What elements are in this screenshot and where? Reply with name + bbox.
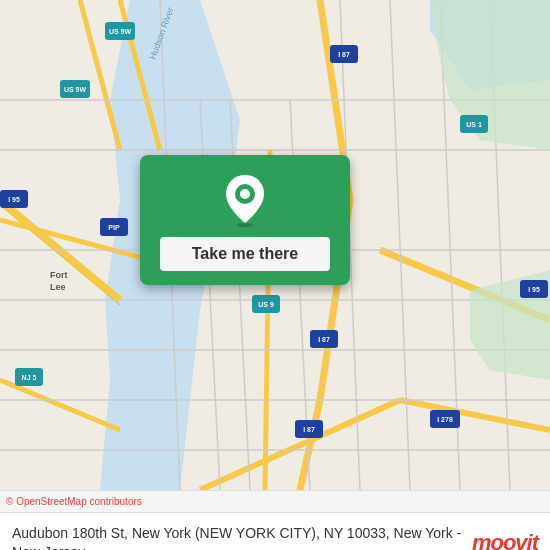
svg-text:US 9: US 9 — [258, 301, 274, 308]
map-attribution: © OpenStreetMap contributors — [0, 490, 550, 512]
svg-text:Lee: Lee — [50, 282, 66, 292]
attribution-text: © OpenStreetMap contributors — [6, 496, 142, 507]
svg-text:I 87: I 87 — [303, 426, 315, 433]
svg-text:NJ 5: NJ 5 — [22, 374, 37, 381]
location-pin-icon — [223, 173, 267, 227]
svg-text:US 1: US 1 — [466, 121, 482, 128]
svg-text:Fort: Fort — [50, 270, 68, 280]
svg-point-63 — [240, 189, 250, 199]
footer: Audubon 180th St, New York (NEW YORK CIT… — [0, 512, 550, 550]
moovit-logo: moovit — [472, 530, 538, 551]
map-view: US 9W US 9W I 95 PIP US 9 I 87 I 87 I 87… — [0, 0, 550, 490]
svg-text:I 95: I 95 — [528, 286, 540, 293]
svg-text:I 87: I 87 — [338, 51, 350, 58]
svg-text:I 87: I 87 — [318, 336, 330, 343]
svg-text:PIP: PIP — [108, 224, 120, 231]
address-text: Audubon 180th St, New York (NEW YORK CIT… — [12, 524, 462, 550]
svg-text:I 95: I 95 — [8, 196, 20, 203]
svg-text:US 9W: US 9W — [64, 86, 87, 93]
take-me-there-button[interactable]: Take me there — [160, 237, 330, 271]
svg-text:I 278: I 278 — [437, 416, 453, 423]
svg-point-61 — [237, 223, 253, 227]
openstreetmap-link[interactable]: © OpenStreetMap contributors — [6, 496, 142, 507]
moovit-logo-text: moovit — [472, 530, 538, 551]
svg-text:US 9W: US 9W — [109, 28, 132, 35]
cta-card[interactable]: Take me there — [140, 155, 350, 285]
